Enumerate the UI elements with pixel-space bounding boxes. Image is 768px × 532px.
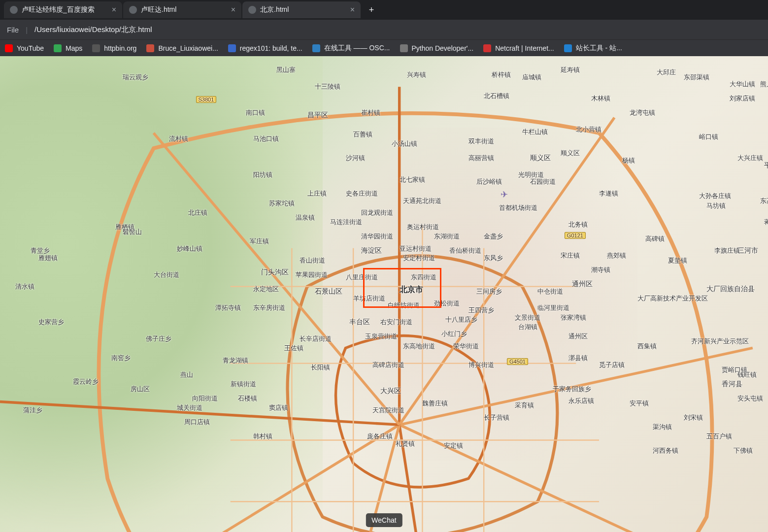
bookmark-favicon	[483, 44, 491, 52]
tab-title: 卢旺达经纬度_百度搜索	[22, 5, 108, 14]
bookmark-favicon	[228, 44, 236, 52]
tab-3-active[interactable]: 北京.html ×	[242, 1, 361, 18]
new-tab-button[interactable]: +	[365, 3, 378, 17]
tab-1[interactable]: 卢旺达经纬度_百度搜索 ×	[4, 1, 122, 18]
bookmark-item[interactable]: 站长工具 - 站...	[564, 44, 622, 53]
address-bar: File | /Users/liuxiaowei/Desktop/北京.html	[0, 20, 768, 39]
bookmark-favicon	[312, 44, 320, 52]
tab-title: 卢旺达.html	[141, 5, 227, 14]
bookmarks-bar: YouTubeMapshttpbin.orgBruce_Liuxiaowei..…	[0, 39, 768, 56]
tab-favicon	[10, 6, 18, 14]
bookmark-favicon	[400, 44, 408, 52]
separator: |	[26, 26, 28, 34]
bookmark-item[interactable]: Python Developer'...	[400, 44, 474, 52]
bookmark-favicon	[92, 44, 100, 52]
tab-favicon	[129, 6, 137, 14]
browser-tab-strip: 卢旺达经纬度_百度搜索 × 卢旺达.html × 北京.html × +	[0, 0, 768, 20]
bookmark-label: Maps	[66, 44, 82, 52]
bookmark-item[interactable]: Netcraft | Internet...	[483, 44, 554, 52]
bookmark-label: 站长工具 - 站...	[576, 44, 622, 53]
bookmark-label: httpbin.org	[104, 44, 136, 52]
road-network	[0, 56, 768, 532]
bookmark-label: YouTube	[17, 44, 44, 52]
bookmark-item[interactable]: Maps	[54, 44, 82, 52]
bookmark-favicon	[5, 44, 13, 52]
tab-favicon	[248, 6, 256, 14]
close-icon[interactable]: ×	[112, 5, 116, 14]
bookmark-label: Bruce_Liuxiaowei...	[158, 44, 218, 52]
bookmark-item[interactable]: regex101: build, te...	[228, 44, 302, 52]
bookmark-label: regex101: build, te...	[240, 44, 302, 52]
bookmark-label: Netcraft | Internet...	[495, 44, 554, 52]
bookmark-label: 在线工具 —— OSC...	[324, 44, 390, 53]
bookmark-favicon	[54, 44, 62, 52]
tab-title: 北京.html	[260, 5, 346, 14]
close-icon[interactable]: ×	[350, 5, 355, 14]
close-icon[interactable]: ×	[231, 5, 235, 14]
file-path[interactable]: /Users/liuxiaowei/Desktop/北京.html	[34, 25, 152, 34]
file-scheme-label: File	[7, 26, 19, 34]
bookmark-item[interactable]: YouTube	[5, 44, 44, 52]
bookmark-item[interactable]: 在线工具 —— OSC...	[312, 44, 390, 53]
tab-2[interactable]: 卢旺达.html ×	[123, 1, 241, 18]
bookmark-item[interactable]: httpbin.org	[92, 44, 136, 52]
bookmark-label: Python Developer'...	[412, 44, 474, 52]
bookmark-favicon	[564, 44, 572, 52]
bookmark-item[interactable]: Bruce_Liuxiaowei...	[146, 44, 218, 52]
map-viewport[interactable]: ✈ 延寿镇桥梓镇庙城镇大邱庄东邵渠镇瑞云观乡黑山寨大华山镇十三陵镇兴寿镇北石槽镇…	[0, 56, 768, 532]
bookmark-favicon	[146, 44, 154, 52]
